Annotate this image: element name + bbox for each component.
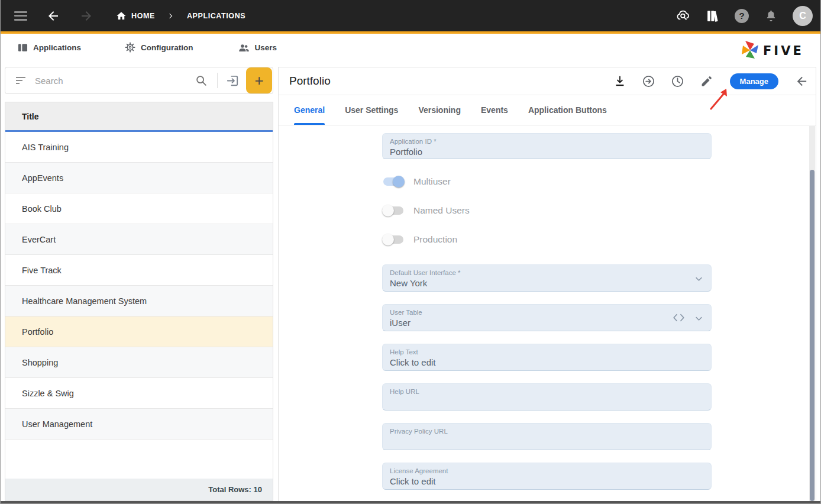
table-header-title[interactable]: Title — [5, 102, 273, 132]
help-icon[interactable]: ? — [735, 9, 749, 23]
table-row[interactable]: Shopping — [5, 347, 273, 378]
tab-user-settings[interactable]: User Settings — [345, 95, 398, 125]
users-icon — [238, 43, 250, 53]
multiuser-toggle[interactable]: Multiuser — [383, 175, 712, 189]
field-value: iUser — [390, 317, 704, 329]
download-icon[interactable] — [613, 74, 627, 88]
filter-icon[interactable] — [16, 77, 27, 84]
table-row[interactable]: Sizzle & Swig — [5, 378, 273, 409]
field-label: Help URL — [390, 387, 704, 396]
field-label: Privacy Policy URL — [390, 427, 704, 435]
toggle-label: Named Users — [413, 205, 470, 216]
named-users-toggle[interactable]: Named Users — [383, 203, 712, 218]
field-value: Click to edit — [390, 476, 704, 487]
forward-arrow-icon[interactable] — [79, 9, 93, 23]
module-tab-users[interactable]: Users — [238, 43, 277, 53]
breadcrumb-home[interactable]: HOME — [116, 11, 155, 21]
divider — [217, 73, 218, 88]
window-bottom-edge — [0, 501, 821, 504]
field-value: Portfolio — [390, 146, 704, 158]
field-label: User Table — [390, 308, 704, 316]
detail-title: Portfolio — [289, 75, 331, 88]
code-brackets-icon[interactable] — [673, 314, 685, 322]
table-row[interactable]: Book Club — [5, 193, 273, 224]
table-row[interactable]: EverCart — [5, 224, 273, 255]
search-bar: + — [5, 67, 273, 94]
breadcrumb-current: APPLICATIONS — [187, 12, 245, 20]
app-window: HOME APPLICATIONS ? — [0, 0, 821, 504]
module-tab-label: Configuration — [141, 43, 193, 52]
toggle-switch-on[interactable] — [383, 177, 403, 186]
chevron-down-icon[interactable] — [694, 274, 703, 283]
edit-pencil-icon[interactable] — [700, 74, 714, 88]
toggle-switch-off[interactable] — [383, 235, 403, 244]
notifications-bell-icon[interactable] — [763, 8, 778, 24]
field-value: Click to edit — [390, 357, 704, 369]
user-avatar[interactable]: C — [793, 6, 813, 26]
user-table-select[interactable]: User Table iUser — [382, 304, 712, 331]
default-user-interface-select[interactable]: Default User Interface * New York — [382, 264, 712, 292]
table-footer-total-rows: Total Rows: 10 — [5, 479, 273, 500]
field-label: Application ID * — [390, 137, 704, 146]
module-tab-configuration[interactable]: Configuration — [125, 42, 193, 53]
table-empty-space — [5, 440, 273, 479]
menu-hamburger-icon[interactable] — [14, 11, 27, 21]
detail-header: Portfolio — [279, 67, 816, 95]
table-row[interactable]: User Management — [5, 409, 273, 440]
application-id-field[interactable]: Application ID * Portfolio — [382, 133, 712, 159]
breadcrumb-home-label: HOME — [131, 12, 155, 20]
run-app-icon[interactable] — [642, 74, 656, 88]
svg-text:FIVE: FIVE — [763, 44, 804, 58]
help-text-field[interactable]: Help Text Click to edit — [382, 344, 712, 371]
add-application-button[interactable]: + — [246, 67, 272, 93]
table-row-selected[interactable]: Portfolio — [5, 316, 273, 347]
tab-general[interactable]: General — [294, 95, 325, 125]
search-icon[interactable] — [192, 72, 210, 89]
toggle-label: Multiuser — [413, 176, 451, 187]
history-icon[interactable] — [671, 74, 685, 88]
table-row[interactable]: AppEvents — [5, 163, 273, 193]
field-label: Default User Interface * — [390, 269, 704, 277]
cloud-search-icon[interactable] — [675, 8, 691, 24]
privacy-policy-url-field[interactable]: Privacy Policy URL — [382, 423, 712, 450]
field-label: License Agreement — [390, 467, 704, 475]
license-agreement-field[interactable]: License Agreement Click to edit — [382, 463, 712, 490]
library-books-icon[interactable] — [705, 8, 720, 24]
amber-accent-line — [0, 31, 821, 34]
detail-tab-bar: General User Settings Versioning Events … — [279, 95, 816, 125]
vertical-scrollbar[interactable] — [809, 126, 815, 501]
home-icon — [116, 11, 127, 21]
portfolio-detail-panel: Portfolio — [278, 67, 816, 501]
tab-application-buttons[interactable]: Application Buttons — [528, 95, 607, 125]
toggle-label: Production — [413, 234, 457, 245]
production-toggle[interactable]: Production — [383, 232, 712, 247]
import-app-icon[interactable] — [224, 72, 241, 89]
general-tab-content: Application ID * Portfolio Multiuser Nam… — [279, 125, 809, 501]
table-row[interactable]: Five Track — [5, 255, 273, 286]
back-arrow-icon[interactable] — [46, 9, 60, 23]
module-tab-label: Applications — [33, 43, 81, 52]
field-value: New York — [390, 277, 704, 289]
top-navigation-bar: HOME APPLICATIONS ? — [0, 0, 821, 31]
chevron-down-icon[interactable] — [694, 314, 703, 323]
applications-list-panel: + Title AIS Training AppEvents Book Club… — [5, 62, 273, 501]
module-tab-label: Users — [255, 43, 277, 52]
breadcrumb-chevron-icon — [167, 12, 175, 20]
applications-icon — [18, 43, 28, 53]
tab-events[interactable]: Events — [481, 95, 508, 125]
tab-versioning[interactable]: Versioning — [418, 95, 461, 125]
configuration-gear-icon — [125, 42, 135, 53]
table-row[interactable]: AIS Training — [5, 132, 273, 163]
five-brand-logo: FIVE — [741, 40, 810, 61]
scrollbar-thumb[interactable] — [810, 170, 814, 501]
collapse-left-icon[interactable] — [794, 74, 809, 88]
applications-table: Title AIS Training AppEvents Book Club E… — [5, 102, 273, 501]
field-label: Help Text — [390, 348, 704, 356]
table-row[interactable]: Healthcare Management System — [5, 286, 273, 316]
manage-button[interactable]: Manage — [730, 73, 778, 89]
search-input[interactable] — [35, 76, 192, 86]
module-tab-row: Applications Configuration Users — [0, 34, 821, 61]
toggle-switch-off[interactable] — [383, 206, 403, 215]
module-tab-applications[interactable]: Applications — [18, 43, 81, 53]
help-url-field[interactable]: Help URL — [382, 383, 712, 411]
